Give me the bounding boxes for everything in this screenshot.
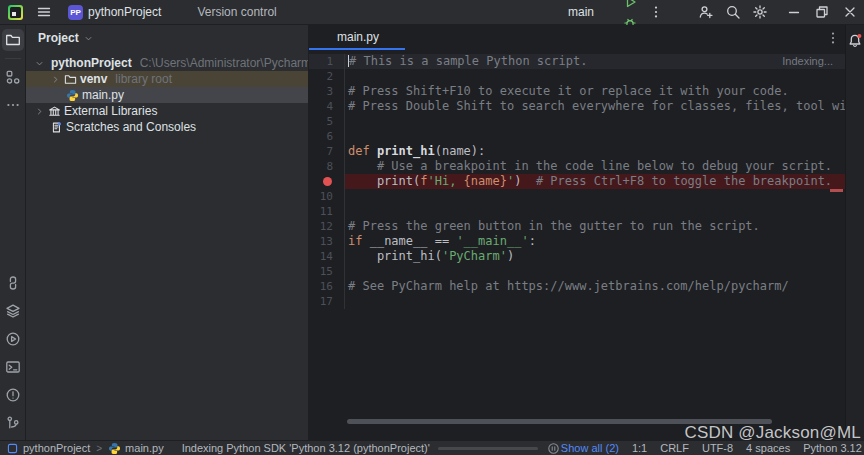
line-number[interactable]: 17 xyxy=(309,294,345,309)
code-text: # Press Shift+F10 to execute it or repla… xyxy=(345,84,845,99)
add-user-button[interactable] xyxy=(694,2,718,23)
tool-window-button-python-outline[interactable] xyxy=(2,272,24,294)
code-line-2[interactable]: 2 xyxy=(309,69,845,84)
pause-indexing-button[interactable] xyxy=(546,441,561,455)
chevron-right-icon xyxy=(50,74,61,85)
run-config-label: main xyxy=(568,5,594,19)
project-widget[interactable]: PP pythonProject xyxy=(62,2,183,23)
breadcrumb-separator: > xyxy=(94,443,104,454)
minimize-window-button[interactable] xyxy=(780,0,808,24)
tree-item-external-libraries[interactable]: External Libraries xyxy=(26,103,308,119)
run-button[interactable] xyxy=(618,0,642,12)
line-number[interactable]: 13 xyxy=(309,234,345,249)
tool-window-button-folder[interactable] xyxy=(2,29,24,51)
code-line-10[interactable]: 10 xyxy=(309,189,845,204)
python-icon xyxy=(66,89,79,102)
tool-window-button-services[interactable] xyxy=(2,300,24,322)
tool-window-button-terminal[interactable] xyxy=(2,356,24,378)
line-number[interactable]: 8 xyxy=(309,159,345,174)
project-panel-header[interactable]: Project xyxy=(26,25,308,51)
library-icon xyxy=(48,105,61,118)
breadcrumb-project[interactable]: pythonProject xyxy=(23,442,90,454)
code-line-8[interactable]: 8 # Use a breakpoint in the code line be… xyxy=(309,159,845,174)
tab-options-button[interactable] xyxy=(821,27,845,48)
breadcrumb-file[interactable]: main.py xyxy=(125,442,164,454)
line-number[interactable]: 10 xyxy=(309,189,345,204)
statusbar-item-show-all-2-[interactable]: Show all (2) xyxy=(561,442,619,454)
code-line-14[interactable]: 14 print_hi('PyCharm') xyxy=(309,249,845,264)
line-number[interactable]: 2 xyxy=(309,69,345,84)
pycharm-logo-icon[interactable] xyxy=(8,5,23,20)
code-text: if __name__ == '__main__': xyxy=(345,234,845,249)
code-line-15[interactable]: 15 xyxy=(309,264,845,279)
indexing-progress-label: Indexing Python SDK 'Python 3.12 (python… xyxy=(182,442,430,454)
code-line-4[interactable]: 4# Press Double Shift to search everywhe… xyxy=(309,99,845,114)
project-tool-window: Project pythonProjectC:\Users\Administra… xyxy=(26,25,309,440)
line-number[interactable]: 14 xyxy=(309,249,345,264)
breakpoint-dot[interactable] xyxy=(323,177,332,186)
tree-item-main-py[interactable]: main.py xyxy=(26,87,308,103)
code-line-13[interactable]: 13if __name__ == '__main__': xyxy=(309,234,845,249)
settings-button[interactable] xyxy=(748,2,772,23)
main-menu-button[interactable] xyxy=(32,2,56,23)
vcs-widget[interactable]: Version control xyxy=(191,2,298,23)
progress-bar xyxy=(438,447,538,450)
code-text: print(f'Hi, {name}') # Press Ctrl+F8 to … xyxy=(345,174,845,189)
indexing-progress[interactable]: Indexing Python SDK 'Python 3.12 (python… xyxy=(182,441,561,455)
notifications-button[interactable] xyxy=(846,32,864,50)
code-line-3[interactable]: 3# Press Shift+F10 to execute it or repl… xyxy=(309,84,845,99)
statusbar-item-python-3-12-pythonproject-[interactable]: Python 3.12 (pythonProject) xyxy=(803,442,864,454)
project-badge: PP xyxy=(68,5,83,20)
code-line-11[interactable]: 11 xyxy=(309,204,845,219)
tab-main-py[interactable]: main.py xyxy=(309,25,405,50)
main-area: Project pythonProjectC:\Users\Administra… xyxy=(0,25,864,440)
code-line-1[interactable]: 1# This is a sample Python script.Indexi… xyxy=(309,54,845,69)
line-number[interactable]: 6 xyxy=(309,129,345,144)
code-line-16[interactable]: 16# See PyCharm help at https://www.jetb… xyxy=(309,279,845,294)
close-window-button[interactable] xyxy=(836,0,864,24)
statusbar-item-1-1[interactable]: 1:1 xyxy=(632,442,647,454)
line-number[interactable]: 5 xyxy=(309,114,345,129)
error-stripe-breakpoint-mark[interactable] xyxy=(830,189,843,192)
code-line-9[interactable]: print(f'Hi, {name}') # Press Ctrl+F8 to … xyxy=(309,174,845,189)
chevron-down-icon xyxy=(166,7,177,18)
tool-window-button-git-branch[interactable] xyxy=(2,412,24,434)
statusbar-item-crlf[interactable]: CRLF xyxy=(660,442,689,454)
code-line-12[interactable]: 12# Press the green button in the gutter… xyxy=(309,219,845,234)
titlebar-actions xyxy=(694,2,772,23)
line-number[interactable]: 15 xyxy=(309,264,345,279)
statusbar-breadcrumb[interactable]: pythonProject > main.py xyxy=(6,442,164,455)
code-editor[interactable]: 1# This is a sample Python script.Indexi… xyxy=(309,50,845,440)
line-number[interactable]: 1 xyxy=(309,54,345,69)
problems-icon xyxy=(5,387,21,403)
line-number[interactable]: 12 xyxy=(309,219,345,234)
statusbar-item-utf-8[interactable]: UTF-8 xyxy=(702,442,733,454)
line-number[interactable]: 7 xyxy=(309,144,345,159)
breakpoint-gutter[interactable] xyxy=(309,174,345,189)
line-number[interactable]: 11 xyxy=(309,204,345,219)
tree-item-pythonproject[interactable]: pythonProjectC:\Users\Administrator\Pych… xyxy=(26,55,308,71)
line-number[interactable]: 4 xyxy=(309,99,345,114)
tool-window-button-structure[interactable] xyxy=(2,66,24,88)
tree-item-venv[interactable]: venvlibrary root xyxy=(26,71,308,87)
search-button[interactable] xyxy=(721,2,745,23)
tab-close-icon[interactable] xyxy=(384,31,395,42)
tool-window-button-run-circle[interactable] xyxy=(2,328,24,350)
code-line-7[interactable]: 7def print_hi(name): xyxy=(309,144,845,159)
code-line-6[interactable]: 6 xyxy=(309,129,845,144)
tool-window-button-more-h[interactable] xyxy=(2,94,24,116)
tool-window-button-problems[interactable] xyxy=(2,384,24,406)
statusbar-widgets: Show all (2)1:1CRLFUTF-84 spacesPython 3… xyxy=(561,442,864,455)
chevron-right-icon xyxy=(34,106,45,117)
run-configuration-widget[interactable]: main xyxy=(544,2,616,23)
code-line-5[interactable]: 5 xyxy=(309,114,845,129)
code-line-17[interactable]: 17 xyxy=(309,294,845,309)
line-number[interactable]: 16 xyxy=(309,279,345,294)
line-number[interactable]: 3 xyxy=(309,84,345,99)
restore-window-button[interactable] xyxy=(808,0,836,24)
project-panel-title: Project xyxy=(38,31,79,45)
more-run-options-button[interactable] xyxy=(644,2,668,23)
structure-icon xyxy=(5,69,21,85)
statusbar-item-4-spaces[interactable]: 4 spaces xyxy=(746,442,790,454)
tree-item-scratches-and-consoles[interactable]: Scratches and Consoles xyxy=(26,119,308,135)
